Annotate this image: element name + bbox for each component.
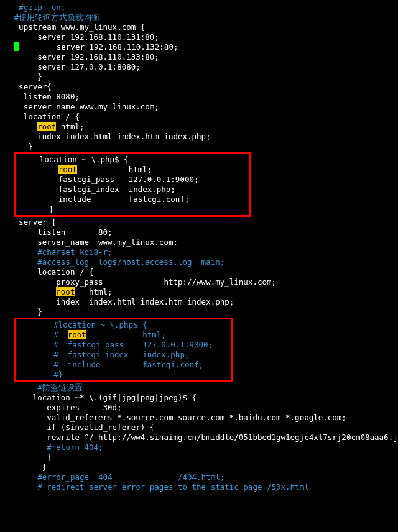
line-gzip: #gzip on; xyxy=(0,2,398,12)
line-redirect: # redirect server error pages to the sta… xyxy=(0,482,398,492)
redbox-1: location ~ \.php$ { root html; fastcgi_p… xyxy=(14,152,251,217)
line-brace2: } xyxy=(0,142,398,152)
line-return404: #return 404; xyxy=(0,443,398,452)
line-charset: #charset koi8-r; xyxy=(0,247,398,257)
line-errorpage: #error_page 404 /404.html; xyxy=(0,472,398,482)
line-listen80: listen 80; xyxy=(0,227,398,237)
line-index: index index.html index.htm index.php; xyxy=(0,132,398,142)
b2-inc: # include fastcgi.conf; xyxy=(16,360,231,370)
b1-pass: fastcgi_pass 127.0.0.1:9000; xyxy=(16,175,249,185)
line-brace3: } xyxy=(0,307,398,317)
line-server4: server 127.0.0.1:8080; xyxy=(0,62,398,72)
cursor-icon xyxy=(14,42,19,51)
line-anti-leech: #防盗链设置 xyxy=(0,383,398,393)
line-comment-cn: #使用轮询方式负载均衡 xyxy=(0,12,398,22)
line-sv-open: server{ xyxy=(0,82,398,92)
line-proxypass: proxy_pass http://www.my_linux.com; xyxy=(0,277,398,287)
redbox-2: #location ~ \.php$ { # root html; # fast… xyxy=(14,318,233,382)
line-expires: expires 30d; xyxy=(0,403,398,413)
line-brace: } xyxy=(0,72,398,82)
highlight-root: root xyxy=(56,287,75,296)
line-servername: server_name www.my_linux.com; xyxy=(0,102,398,112)
b2-loc: #location ~ \.php$ { xyxy=(16,320,231,330)
line-server1: server 192.168.110.131:80; xyxy=(0,32,398,42)
line-root2: root html; xyxy=(0,287,398,297)
b1-idx: fastcgi_index index.php; xyxy=(16,185,249,195)
line-root-html: root html; xyxy=(0,122,398,132)
line-location2: location / { xyxy=(0,267,398,277)
line-server-open: server { xyxy=(0,218,398,227)
line-servername2: server_name www.my_linux.com; xyxy=(0,237,398,247)
highlight-root: root xyxy=(58,165,77,174)
highlight-root: root xyxy=(68,330,86,339)
b2-close: #} xyxy=(16,370,231,380)
b1-close: } xyxy=(16,204,249,214)
b1-inc: include fastcgi.conf; xyxy=(16,195,249,204)
b1-loc: location ~ \.php$ { xyxy=(16,155,249,165)
line-brace5: } xyxy=(0,462,398,472)
b2-root: # root html; xyxy=(16,330,231,340)
b2-pass: # fastcgi_pass 127.0.0.1:9000; xyxy=(16,340,231,350)
line-server3: server 192.168.110.133:80; xyxy=(0,52,398,62)
line-valid-ref: valid_referers *.source.com source.com *… xyxy=(0,413,398,423)
line-accesslog: #access_log logs/host.access.log main; xyxy=(0,257,398,267)
line-if: if ($invalid_referer) { xyxy=(0,423,398,433)
highlight-root: root xyxy=(37,122,56,131)
line-brace4: } xyxy=(0,452,398,462)
b1-root: root html; xyxy=(16,165,249,175)
line-index2: index index.html index.htm index.php; xyxy=(0,297,398,307)
code-block: #gzip on; #使用轮询方式负载均衡 upstream www.my_li… xyxy=(0,2,398,492)
line-loc-img: location ~* \.(gif|jpg|png|jpeg)$ { xyxy=(0,393,398,403)
b2-idx: # fastcgi_index index.php; xyxy=(16,350,231,360)
line-location-root: location / { xyxy=(0,112,398,122)
line-upstream: upstream www.my_linux.com { xyxy=(0,22,398,32)
line-server2: server 192.168.110.132:80; xyxy=(0,42,398,52)
line-listen8080: listen 8080; xyxy=(0,92,398,102)
line-rewrite: rewrite ^/ http://ww4.sinaimg.cn/bmiddle… xyxy=(0,433,398,443)
